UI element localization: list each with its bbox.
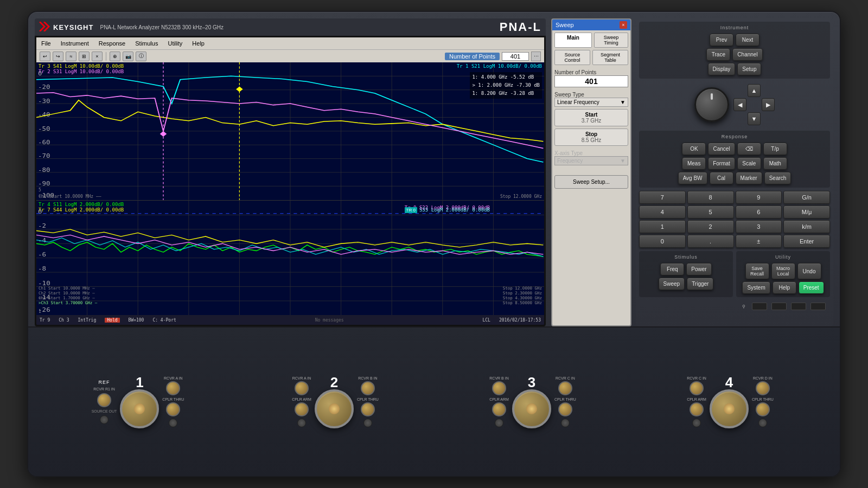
arrow-left[interactable]: ◀ xyxy=(733,98,746,111)
menu-bar: File Instrument Response Stimulus Utilit… xyxy=(36,37,544,49)
backspace-button[interactable]: ⌫ xyxy=(737,143,761,155)
x-axis-dropdown[interactable]: Frequency ▼ xyxy=(554,156,628,165)
setup-button[interactable]: Setup xyxy=(737,63,761,75)
cplr-arm2-conn xyxy=(492,402,506,416)
toolbar-wave[interactable]: ≈ xyxy=(66,52,76,61)
tab-segment-table[interactable]: SegmentTable xyxy=(592,50,628,65)
port4-btn2[interactable] xyxy=(758,419,767,427)
toolbar-zoom[interactable]: ⊕ xyxy=(110,52,120,61)
sweep-type-dropdown[interactable]: Linear Frequency ▼ xyxy=(554,98,628,107)
undo-button[interactable]: Undo xyxy=(797,263,821,279)
num-points-icon[interactable]: ⋯ xyxy=(531,52,541,61)
trace-button[interactable]: Trace xyxy=(706,48,730,61)
sweep-button[interactable]: Sweep xyxy=(659,278,685,290)
menu-instrument[interactable]: Instrument xyxy=(59,40,91,47)
rcvr-b2-label: RCVR B IN xyxy=(489,376,508,380)
help-button[interactable]: Help xyxy=(773,281,796,294)
arrow-down[interactable]: ▼ xyxy=(748,112,761,125)
toolbar-redo[interactable]: ↪ xyxy=(53,52,63,61)
numpad-1[interactable]: 1 xyxy=(639,220,686,233)
chart-upper: Tr 3 S41 LogM 10.00dB/ 0.00dB Tr 2 S31 L… xyxy=(36,62,544,201)
menu-help[interactable]: Help xyxy=(190,40,206,47)
port3-btn2[interactable] xyxy=(561,419,570,427)
stop-value: 8.5 GHz xyxy=(557,137,626,143)
ok-button[interactable]: OK xyxy=(682,143,706,155)
prev-button[interactable]: Prev xyxy=(710,34,733,46)
stop-button[interactable]: Stop 8.5 GHz xyxy=(554,129,628,146)
math-button[interactable]: Math xyxy=(763,157,787,170)
cplr-arm3-label: CPLR ARM xyxy=(687,397,706,401)
numpad-km[interactable]: k/m xyxy=(783,220,830,233)
toolbar-delete[interactable]: × xyxy=(92,52,103,61)
numpad-0[interactable]: 0 xyxy=(639,235,686,248)
cancel-button[interactable]: Cancel xyxy=(708,143,735,155)
save-recall-button[interactable]: SaveRecall xyxy=(745,263,769,279)
numpad-5[interactable]: 5 xyxy=(687,206,734,219)
numpad-3[interactable]: 3 xyxy=(736,220,782,233)
tab-sweep-timing[interactable]: SweepTiming xyxy=(594,33,628,48)
dialog-body: Main SweepTiming SourceControl SegmentTa… xyxy=(552,30,630,192)
port3-btn1[interactable] xyxy=(495,419,503,427)
sweep-setup-button[interactable]: Sweep Setup... xyxy=(554,175,628,189)
trigger-button[interactable]: Trigger xyxy=(687,278,713,290)
channel-button[interactable]: Channel xyxy=(732,48,762,61)
numpad-9[interactable]: 9 xyxy=(736,191,782,204)
menu-utility[interactable]: Utility xyxy=(166,40,184,47)
scale-button[interactable]: Scale xyxy=(737,157,761,170)
format-button[interactable]: Format xyxy=(708,157,735,170)
port1-btn2[interactable] xyxy=(169,419,177,427)
port2-btn1[interactable] xyxy=(297,419,306,427)
numpad-6[interactable]: 6 xyxy=(736,206,782,219)
numpad-dot[interactable]: . xyxy=(687,235,734,248)
usb-port-2[interactable] xyxy=(771,303,787,310)
arrow-up[interactable]: ▲ xyxy=(748,84,761,97)
usb-port-4[interactable] xyxy=(810,303,826,310)
numpad-8[interactable]: 8 xyxy=(687,191,734,204)
numpad-gn[interactable]: G/n xyxy=(783,191,830,204)
menu-response[interactable]: Response xyxy=(97,40,127,47)
port-group-4: RCVR C IN CPLR ARM 4 RCVR D IN xyxy=(631,375,829,428)
tab-source-control[interactable]: SourceControl xyxy=(554,50,590,65)
freq-button[interactable]: Freq xyxy=(660,263,684,275)
tp-button[interactable]: T/p xyxy=(763,143,787,155)
system-button[interactable]: System xyxy=(742,281,770,294)
menu-stimulus[interactable]: Stimulus xyxy=(133,40,159,47)
numpad-mu[interactable]: M/μ xyxy=(783,206,830,219)
macro-local-button[interactable]: MacroLocal xyxy=(771,263,795,279)
toolbar-undo[interactable]: ↩ xyxy=(40,52,50,61)
port4-btn1[interactable] xyxy=(692,419,701,427)
usb-port-1[interactable] xyxy=(752,303,767,310)
next-button[interactable]: Next xyxy=(736,34,760,46)
lower-ch2-start: Ch2 Start 10.0000 MHz — xyxy=(39,291,95,296)
toolbar-copy[interactable]: ⊞ xyxy=(79,52,90,61)
arrow-right[interactable]: ▶ xyxy=(762,98,775,111)
marker-button[interactable]: Marker xyxy=(736,172,762,184)
usb-port-3[interactable] xyxy=(791,303,806,310)
toolbar-info[interactable]: ⓘ xyxy=(136,52,146,61)
port1-small-btn[interactable] xyxy=(100,415,108,424)
num-points-input[interactable] xyxy=(554,75,628,87)
cplt-arm-label: CPLR ARM xyxy=(292,397,311,401)
start-button[interactable]: Start 3.7 GHz xyxy=(554,109,628,126)
numpad-7[interactable]: 7 xyxy=(639,191,686,204)
numpad-pm[interactable]: ± xyxy=(736,235,782,248)
meas-button[interactable]: Meas xyxy=(682,157,706,170)
avg-bw-button[interactable]: Avg BW xyxy=(678,172,707,184)
main-knob[interactable] xyxy=(694,87,729,122)
num-points-value[interactable]: 401 xyxy=(502,52,529,61)
power-button[interactable]: Power xyxy=(686,263,711,275)
toolbar-camera[interactable]: 📷 xyxy=(123,52,133,61)
preset-button[interactable]: Preset xyxy=(799,281,824,294)
display-button[interactable]: Display xyxy=(708,63,736,75)
logo-mark xyxy=(39,22,51,33)
port2-btn2[interactable] xyxy=(363,419,372,427)
numpad-4[interactable]: 4 xyxy=(639,206,686,219)
search-button[interactable]: Search xyxy=(764,172,792,184)
cal-button[interactable]: Cal xyxy=(710,172,733,184)
arrow-empty-tr xyxy=(762,84,775,97)
tab-main[interactable]: Main xyxy=(554,33,592,48)
menu-file[interactable]: File xyxy=(40,40,53,47)
dialog-close-button[interactable]: × xyxy=(620,21,627,29)
numpad-2[interactable]: 2 xyxy=(687,220,734,233)
numpad-enter[interactable]: Enter xyxy=(783,235,830,248)
